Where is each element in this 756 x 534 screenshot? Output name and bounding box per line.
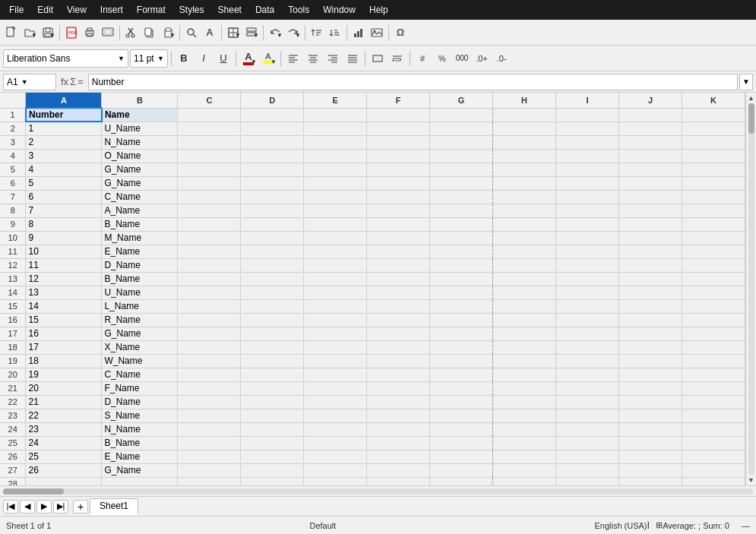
eq-icon[interactable]: = — [77, 76, 84, 87]
cell-C22[interactable] — [178, 395, 241, 409]
cell-E5[interactable] — [304, 163, 367, 176]
row-col-button[interactable]: ▼ — [243, 24, 260, 41]
cell-F13[interactable] — [367, 272, 430, 286]
cell-J26[interactable] — [618, 450, 682, 463]
cell-D21[interactable] — [241, 381, 304, 395]
row-header-27[interactable]: 27 — [0, 463, 26, 477]
cell-J21[interactable] — [618, 381, 682, 395]
cell-E14[interactable] — [304, 286, 367, 299]
cell-G17[interactable] — [430, 327, 493, 340]
menu-view[interactable]: View — [61, 3, 93, 17]
align-center-button[interactable] — [304, 49, 322, 68]
cell-H23[interactable] — [493, 409, 556, 422]
cell-J20[interactable] — [618, 368, 682, 381]
row-header-16[interactable]: 16 — [0, 313, 26, 327]
cell-D14[interactable] — [241, 286, 304, 299]
row-header-25[interactable]: 25 — [0, 436, 26, 450]
cell-F16[interactable] — [367, 313, 430, 327]
cell-K22[interactable] — [682, 395, 745, 409]
cell-K3[interactable] — [682, 135, 745, 149]
cell-H26[interactable] — [493, 450, 556, 463]
cell-B4[interactable]: O_Name — [102, 149, 178, 163]
cell-I7[interactable] — [556, 190, 619, 204]
cell-E6[interactable] — [304, 176, 367, 190]
cell-C5[interactable] — [178, 163, 241, 176]
cell-H6[interactable] — [493, 176, 556, 190]
cell-E26[interactable] — [304, 450, 367, 463]
cell-I2[interactable] — [556, 122, 619, 135]
fx-icon[interactable]: fx — [61, 76, 68, 87]
number-format-button[interactable]: # — [413, 49, 432, 68]
cell-J18[interactable] — [618, 340, 682, 354]
cell-I14[interactable] — [556, 286, 619, 299]
cell-I1[interactable] — [556, 108, 619, 122]
cell-E21[interactable] — [304, 381, 367, 395]
underline-button[interactable]: U — [214, 49, 232, 68]
cell-F24[interactable] — [367, 422, 430, 436]
cell-D20[interactable] — [241, 368, 304, 381]
cell-A1[interactable]: Number — [26, 108, 102, 122]
cell-K25[interactable] — [682, 436, 745, 450]
cell-G10[interactable] — [430, 231, 493, 245]
cell-F2[interactable] — [367, 122, 430, 135]
hscroll-thumb[interactable] — [3, 488, 64, 495]
cell-I15[interactable] — [556, 299, 619, 313]
cell-E7[interactable] — [304, 190, 367, 204]
cell-G22[interactable] — [430, 395, 493, 409]
cell-E17[interactable] — [304, 327, 367, 340]
cell-G8[interactable] — [430, 204, 493, 217]
percent-button[interactable]: % — [433, 49, 451, 68]
menu-file[interactable]: File — [3, 3, 30, 17]
cell-C20[interactable] — [178, 368, 241, 381]
row-header-13[interactable]: 13 — [0, 272, 26, 286]
highlight-color-button[interactable]: A ▼ — [259, 49, 277, 68]
cell-I4[interactable] — [556, 149, 619, 163]
font-size-selector[interactable]: 11 pt ▼ — [130, 49, 168, 68]
cell-F8[interactable] — [367, 204, 430, 217]
cell-B10[interactable]: M_Name — [102, 231, 178, 245]
cell-E19[interactable] — [304, 354, 367, 368]
cell-F5[interactable] — [367, 163, 430, 176]
menu-styles[interactable]: Styles — [173, 3, 210, 17]
italic-button[interactable]: I — [195, 49, 213, 68]
align-right-button[interactable] — [324, 49, 342, 68]
cell-D10[interactable] — [241, 231, 304, 245]
scroll-tabs-prev[interactable]: ◀ — [20, 500, 35, 513]
cell-C9[interactable] — [178, 217, 241, 231]
cell-B15[interactable]: L_Name — [102, 299, 178, 313]
cell-K2[interactable] — [682, 122, 745, 135]
cell-K24[interactable] — [682, 422, 745, 436]
cell-D23[interactable] — [241, 409, 304, 422]
cell-D17[interactable] — [241, 327, 304, 340]
cell-J1[interactable] — [618, 108, 682, 122]
row-header-14[interactable]: 14 — [0, 286, 26, 299]
cell-H24[interactable] — [493, 422, 556, 436]
cell-J23[interactable] — [618, 409, 682, 422]
cell-A20[interactable]: 19 — [26, 368, 102, 381]
cell-K27[interactable] — [682, 463, 745, 477]
cell-F17[interactable] — [367, 327, 430, 340]
cell-B19[interactable]: W_Name — [102, 354, 178, 368]
cell-B1[interactable]: Name — [102, 108, 178, 122]
cell-H1[interactable] — [493, 108, 556, 122]
cell-H12[interactable] — [493, 258, 556, 272]
cell-C13[interactable] — [178, 272, 241, 286]
cell-H17[interactable] — [493, 327, 556, 340]
cell-H16[interactable] — [493, 313, 556, 327]
cell-A24[interactable]: 23 — [26, 422, 102, 436]
cell-B8[interactable]: A_Name — [102, 204, 178, 217]
cell-E18[interactable] — [304, 340, 367, 354]
spreadsheet[interactable]: A B C D E F G H I J K 1NumberName21U_Nam… — [0, 93, 745, 485]
cell-J24[interactable] — [618, 422, 682, 436]
cell-H20[interactable] — [493, 368, 556, 381]
cell-H22[interactable] — [493, 395, 556, 409]
cell-G3[interactable] — [430, 135, 493, 149]
cell-I22[interactable] — [556, 395, 619, 409]
cell-K28[interactable] — [682, 477, 745, 485]
cell-E15[interactable] — [304, 299, 367, 313]
cell-A10[interactable]: 9 — [26, 231, 102, 245]
cell-C18[interactable] — [178, 340, 241, 354]
cell-K9[interactable] — [682, 217, 745, 231]
vertical-scrollbar[interactable]: ▲ ▼ — [745, 93, 756, 485]
cell-A6[interactable]: 5 — [26, 176, 102, 190]
